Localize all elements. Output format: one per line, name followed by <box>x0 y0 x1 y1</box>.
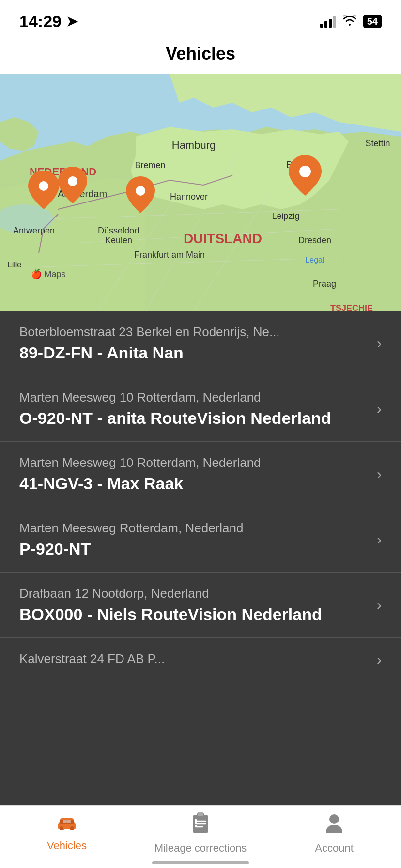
chevron-right-icon: › <box>377 466 382 482</box>
chevron-right-icon: › <box>377 531 382 548</box>
svg-text:Hamburg: Hamburg <box>172 139 216 151</box>
svg-text:Antwerpen: Antwerpen <box>13 226 55 235</box>
vehicle-item[interactable]: Marten Meesweg 10 Rotterdam, Nederland O… <box>0 376 401 442</box>
svg-point-28 <box>68 176 77 186</box>
svg-rect-45 <box>195 825 197 827</box>
svg-point-29 <box>136 186 145 196</box>
svg-rect-35 <box>63 820 67 823</box>
vehicle-name: O-920-NT - anita RouteVision Nederland <box>19 409 367 428</box>
vehicle-info: Boterbloemstraat 23 Berkel en Rodenrijs,… <box>19 325 367 362</box>
svg-rect-36 <box>67 820 71 823</box>
chevron-right-icon: › <box>377 651 382 668</box>
svg-text:🍎 Maps: 🍎 Maps <box>31 269 65 279</box>
tab-mileage[interactable]: Mileage corrections <box>134 812 267 854</box>
vehicle-name: P-920-NT <box>19 540 367 558</box>
svg-text:DUITSLAND: DUITSLAND <box>184 231 262 246</box>
svg-text:Leipzig: Leipzig <box>272 211 299 221</box>
location-icon: ➤ <box>66 14 77 30</box>
car-icon <box>56 815 77 836</box>
svg-text:Lille: Lille <box>8 261 22 269</box>
clipboard-icon <box>192 812 209 838</box>
tab-bar: Vehicles Mileage corrections Ac <box>0 805 401 868</box>
page-title-bar: Vehicles <box>0 39 401 74</box>
vehicle-address: Boterbloemstraat 23 Berkel en Rodenrijs,… <box>19 325 367 340</box>
svg-text:Frankfurt am Main: Frankfurt am Main <box>134 250 205 260</box>
vehicle-item[interactable]: Boterbloemstraat 23 Berkel en Rodenrijs,… <box>0 311 401 376</box>
vehicle-info: Marten Meesweg 10 Rotterdam, Nederland 4… <box>19 455 367 493</box>
tab-vehicles-label: Vehicles <box>47 839 87 852</box>
svg-text:Bremen: Bremen <box>135 160 165 170</box>
status-icons: 54 <box>320 14 382 29</box>
vehicle-info: Marten Meesweg Rotterdam, Nederland P-92… <box>19 521 367 558</box>
tab-vehicles[interactable]: Vehicles <box>0 815 134 852</box>
vehicle-name: 41-NGV-3 - Max Raak <box>19 474 367 493</box>
svg-text:Legal: Legal <box>305 256 324 264</box>
vehicle-item-partial[interactable]: Kalverstraat 24 FD AB P... › <box>0 638 401 672</box>
svg-point-30 <box>299 166 311 177</box>
chevron-right-icon: › <box>377 597 382 613</box>
home-indicator <box>152 861 249 864</box>
vehicle-address: Marten Meesweg Rotterdam, Nederland <box>19 521 367 536</box>
vehicle-item[interactable]: Marten Meesweg 10 Rotterdam, Nederland 4… <box>0 442 401 507</box>
svg-text:Stettin: Stettin <box>365 139 390 148</box>
vehicle-address: Drafbaan 12 Nootdorp, Nederland <box>19 586 367 601</box>
vehicle-address: Marten Meesweg 10 Rotterdam, Nederland <box>19 390 367 405</box>
vehicle-name: BOX000 - Niels RouteVision Nederland <box>19 605 367 624</box>
svg-text:TSJECHIE: TSJECHIE <box>330 303 373 311</box>
vehicle-address: Marten Meesweg 10 Rotterdam, Nederland <box>19 455 367 470</box>
svg-point-34 <box>70 826 74 830</box>
status-time: 14:29 ➤ <box>19 12 77 31</box>
vehicle-info: Marten Meesweg 10 Rotterdam, Nederland O… <box>19 390 367 428</box>
vehicle-info: Drafbaan 12 Nootdorp, Nederland BOX000 -… <box>19 586 367 624</box>
svg-rect-44 <box>195 822 197 824</box>
svg-rect-43 <box>195 819 197 821</box>
vehicle-item[interactable]: Drafbaan 12 Nootdorp, Nederland BOX000 -… <box>0 573 401 638</box>
status-bar: 14:29 ➤ 54 <box>0 0 401 39</box>
chevron-right-icon: › <box>377 401 382 417</box>
tab-mileage-label: Mileage corrections <box>154 842 247 854</box>
svg-rect-39 <box>198 812 203 816</box>
signal-bars-icon <box>320 15 336 28</box>
tab-account[interactable]: Account <box>267 812 401 854</box>
vehicle-info: Kalverstraat 24 FD AB P... <box>19 651 367 670</box>
person-icon <box>325 812 343 838</box>
battery-indicator: 54 <box>363 15 382 28</box>
tab-account-label: Account <box>315 842 354 854</box>
vehicle-address: Kalverstraat 24 FD AB P... <box>19 651 367 666</box>
vehicle-item[interactable]: Marten Meesweg Rotterdam, Nederland P-92… <box>0 507 401 573</box>
svg-text:Hannover: Hannover <box>170 192 208 202</box>
svg-point-27 <box>39 181 48 191</box>
svg-text:Keulen: Keulen <box>105 235 132 245</box>
vehicle-name: 89-DZ-FN - Anita Nan <box>19 343 367 362</box>
svg-text:Dresden: Dresden <box>298 235 331 245</box>
svg-text:Düsseldorf: Düsseldorf <box>98 226 140 235</box>
map-container[interactable]: Hamburg Bremen Leipzig Dresden Frankfurt… <box>0 74 401 311</box>
vehicle-list: Boterbloemstraat 23 Berkel en Rodenrijs,… <box>0 311 401 672</box>
svg-point-46 <box>329 814 339 824</box>
chevron-right-icon: › <box>377 335 382 352</box>
wifi-icon <box>343 14 356 29</box>
svg-point-33 <box>60 826 63 830</box>
page-title: Vehicles <box>0 44 401 64</box>
svg-text:Praag: Praag <box>313 279 336 289</box>
